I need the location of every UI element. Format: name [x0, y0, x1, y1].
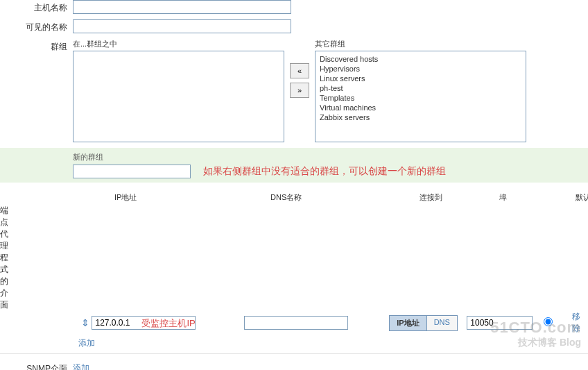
- groups-label: 群组: [0, 39, 73, 53]
- default-header: 默认: [567, 192, 588, 203]
- connect-ip-toggle[interactable]: IP地址: [389, 315, 426, 331]
- list-item[interactable]: Templates: [318, 93, 523, 103]
- list-item[interactable]: ph-test: [318, 83, 523, 93]
- list-item[interactable]: Virtual machines: [318, 103, 523, 112]
- drag-handle-icon[interactable]: ⇕: [78, 317, 92, 328]
- add-snmp-link[interactable]: 添加: [73, 362, 89, 371]
- in-groups-header: 在...群组之中: [73, 39, 284, 51]
- hostname-label: 主机名称: [0, 0, 73, 14]
- new-group-header: 新的群组: [73, 152, 588, 162]
- ip-input[interactable]: [92, 316, 196, 330]
- connect-header: 连接到: [420, 192, 499, 203]
- remove-interface-link[interactable]: 移除: [572, 311, 588, 335]
- port-header: 埠: [499, 192, 567, 203]
- visiblename-input[interactable]: [73, 19, 291, 33]
- list-item[interactable]: Hypervisors: [318, 64, 523, 74]
- other-groups-header: 其它群组: [315, 39, 526, 51]
- list-item[interactable]: Zabbix servers: [318, 112, 523, 122]
- port-input[interactable]: [467, 316, 533, 330]
- agent-iface-label: 端点代理程式的介面: [0, 192, 14, 311]
- other-groups-listbox[interactable]: Discovered hosts Hypervisors Linux serve…: [315, 51, 526, 142]
- list-item[interactable]: Linux servers: [318, 74, 523, 83]
- dns-header: DNS名称: [270, 192, 420, 203]
- list-item[interactable]: Discovered hosts: [318, 54, 523, 64]
- add-agent-interface-link[interactable]: 添加: [78, 338, 95, 348]
- move-right-button[interactable]: »: [290, 83, 309, 98]
- new-group-annotation: 如果右侧群组中没有适合的群组，可以创建一个新的群组: [203, 165, 446, 178]
- connect-dns-toggle[interactable]: DNS: [426, 315, 458, 331]
- snmp-label: SNMP介面: [0, 361, 73, 370]
- default-radio[interactable]: [544, 317, 553, 326]
- dns-input[interactable]: [244, 316, 348, 330]
- new-group-input[interactable]: [73, 165, 191, 178]
- in-groups-listbox[interactable]: [73, 51, 284, 142]
- visiblename-label: 可见的名称: [0, 19, 73, 33]
- move-left-button[interactable]: «: [290, 63, 309, 78]
- hostname-input[interactable]: [73, 0, 291, 14]
- ip-header: IP地址: [114, 192, 270, 203]
